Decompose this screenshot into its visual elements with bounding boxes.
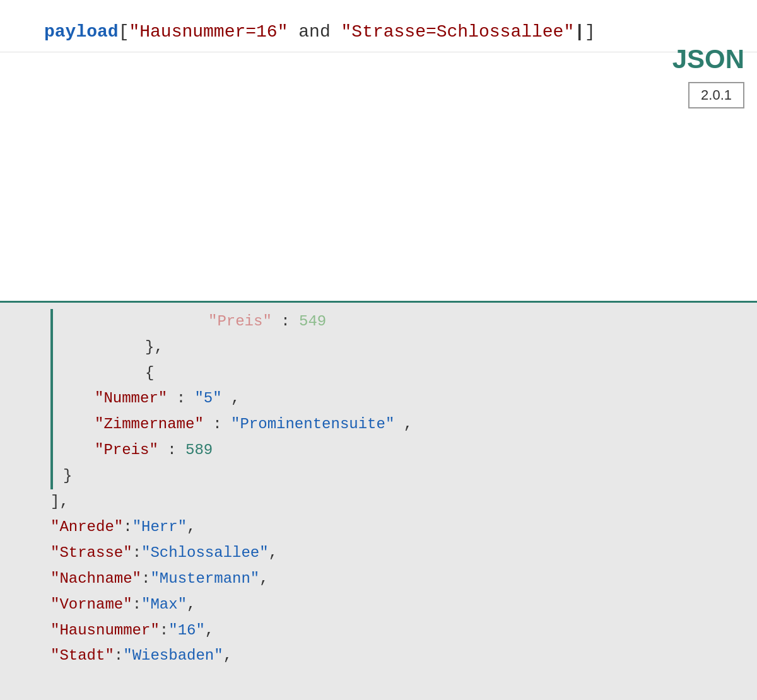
json-content: "Preis" : 549 }, { "Nummer" : "5" , bbox=[0, 303, 757, 688]
hausnummer-key: "Hausnummer" bbox=[50, 618, 160, 644]
anrede-key: "Anrede" bbox=[50, 515, 123, 540]
list-item: "Vorname" : "Max" , bbox=[0, 592, 757, 618]
list-item: "Hausnummer" : "16" , bbox=[0, 618, 757, 644]
faded-preis-key: "Preis" bbox=[208, 313, 272, 330]
list-item: }, bbox=[0, 335, 757, 361]
hausnummer-value: "16" bbox=[168, 618, 205, 644]
zimmername-key: "Zimmername" bbox=[95, 416, 204, 433]
faded-preis-value: 549 bbox=[299, 313, 326, 330]
list-item: "Preis" : 589 bbox=[0, 438, 757, 464]
list-item: } bbox=[0, 464, 757, 489]
list-item: { bbox=[0, 361, 757, 387]
list-item: "Strasse" : "Schlossallee" , bbox=[0, 540, 757, 566]
preis-value: 589 bbox=[185, 441, 213, 458]
list-item: "Anrede" : "Herr" , bbox=[0, 515, 757, 540]
nachname-key: "Nachname" bbox=[50, 566, 141, 592]
nachname-value: "Mustermann" bbox=[150, 566, 259, 592]
list-item: "Nummer" : "5" , bbox=[0, 386, 757, 412]
anrede-value: "Herr" bbox=[132, 515, 187, 540]
json-label: JSON bbox=[672, 44, 744, 74]
open-bracket: [ bbox=[119, 22, 129, 42]
close-bracket: ] bbox=[585, 22, 596, 42]
payload-line: payload["Hausnummer=16" and "Strasse=Sch… bbox=[0, 13, 757, 52]
and-keyword: and bbox=[298, 22, 330, 42]
vorname-value: "Max" bbox=[141, 592, 187, 618]
nummer-value: "5" bbox=[194, 390, 221, 407]
list-item: "Stadt" : "Wiesbaden" , bbox=[0, 643, 757, 669]
filter-string-1: "Hausnummer=16" bbox=[129, 22, 288, 42]
vorname-key: "Vorname" bbox=[50, 592, 132, 618]
filter-string-2: "Strasse=Schlossallee" bbox=[341, 22, 575, 42]
bottom-section: "Preis" : 549 }, { "Nummer" : "5" , bbox=[0, 303, 757, 700]
top-section: payload["Hausnummer=16" and "Strasse=Sch… bbox=[0, 0, 757, 303]
stadt-key: "Stadt" bbox=[50, 643, 114, 669]
list-item: ], bbox=[0, 489, 757, 515]
nummer-key: "Nummer" bbox=[95, 390, 167, 407]
preis-key: "Preis" bbox=[95, 441, 158, 458]
list-item: "Preis" : 549 bbox=[0, 309, 757, 335]
list-item: "Zimmername" : "Prominentensuite" , bbox=[0, 412, 757, 438]
list-item: "Nachname" : "Mustermann" , bbox=[0, 566, 757, 592]
version-badge: 2.0.1 bbox=[688, 82, 744, 108]
zimmername-value: "Prominentensuite" bbox=[231, 416, 394, 433]
strasse-value: "Schlossallee" bbox=[141, 540, 269, 566]
strasse-key: "Strasse" bbox=[50, 540, 132, 566]
text-cursor: | bbox=[574, 22, 585, 42]
payload-keyword: payload bbox=[44, 22, 119, 42]
stadt-value: "Wiesbaden" bbox=[123, 643, 223, 669]
